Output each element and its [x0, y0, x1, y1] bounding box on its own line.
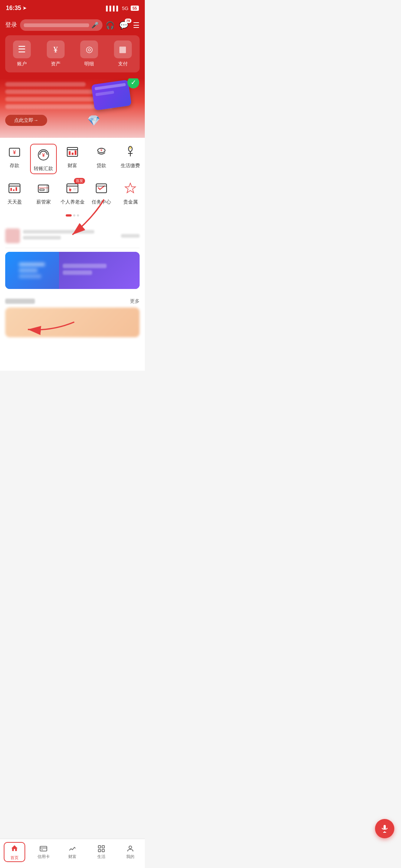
network-type: 5G	[122, 6, 128, 11]
credit-banner-content	[5, 252, 140, 289]
detail-label: 明细	[84, 61, 94, 67]
location-icon: ➤	[23, 6, 26, 11]
account-icon: ☰	[13, 40, 31, 58]
login-button[interactable]: 登录	[5, 21, 17, 29]
pension-label: 个人养老金	[61, 199, 85, 205]
tianbao-label: 天天盈	[7, 199, 22, 205]
service-gold[interactable]: 贵金属	[117, 180, 144, 205]
header-icons: 🎧 💬 79 ☰	[105, 21, 140, 30]
credit-card-banner[interactable]	[5, 252, 140, 289]
service-task[interactable]: 任务中心	[88, 180, 115, 205]
service-row-1: ¥ 存款 ¥ 转账汇款	[0, 144, 145, 174]
page-dot-2	[73, 214, 75, 217]
loan-icon: ¥	[93, 144, 110, 160]
service-loan[interactable]: ¥ 贷款	[88, 144, 115, 174]
page-dot-1	[66, 214, 72, 217]
svg-rect-18	[13, 189, 14, 191]
bottom-content	[0, 308, 145, 371]
svg-rect-7	[72, 153, 74, 155]
battery-level: 55	[133, 6, 137, 10]
status-right: ▌▌▌▌ 5G 55	[106, 6, 139, 11]
deposit-icon: ¥	[6, 144, 23, 160]
promo-text-line-1	[23, 230, 94, 234]
gold-label: 贵金属	[123, 199, 138, 205]
service-pension[interactable]: 首发 个人养老金	[59, 180, 86, 205]
promo-banner[interactable]: 点此立即→ ✓ 💎	[0, 78, 145, 138]
assets-icon: ¥	[47, 40, 65, 58]
page-indicator	[0, 211, 145, 221]
promo-row[interactable]	[5, 224, 140, 248]
headset-icon[interactable]: 🎧	[105, 21, 115, 30]
svg-text:⚡: ⚡	[128, 146, 132, 150]
svg-marker-32	[125, 183, 136, 193]
payment-icon: ▦	[114, 40, 132, 58]
service-row-2: 天天盈 薪管家 首发	[0, 180, 145, 205]
quick-icons-row: ☰ 账户 ¥ 资产 ◎ 明细 ▦ 支付	[5, 35, 140, 72]
wealth-label: 财富	[68, 162, 77, 169]
bottom-card-1	[5, 308, 140, 337]
salary-label: 薪管家	[36, 199, 51, 205]
account-label: 账户	[17, 61, 27, 67]
quick-icon-payment[interactable]: ▦ 支付	[114, 40, 132, 67]
section-title-blur	[5, 299, 35, 304]
svg-text:¥: ¥	[100, 148, 102, 152]
service-transfer[interactable]: ¥ 转账汇款	[30, 144, 57, 174]
section-more-button[interactable]: 更多	[130, 298, 140, 305]
tianbao-icon	[6, 180, 23, 196]
section-header: 更多	[0, 293, 145, 308]
living-label: 生活缴费	[121, 162, 140, 169]
time-display: 16:35	[6, 5, 21, 12]
banner-illustration: ✓ 💎	[85, 78, 145, 134]
menu-icon[interactable]: ☰	[133, 21, 140, 30]
service-wealth[interactable]: 财富	[59, 144, 86, 174]
service-salary[interactable]: 薪管家	[30, 180, 57, 205]
detail-icon: ◎	[80, 40, 98, 58]
svg-rect-19	[16, 187, 17, 191]
service-grid: ¥ 存款 ¥ 转账汇款	[0, 138, 145, 224]
app-header: 登录 🎤 🎧 💬 79 ☰	[0, 16, 145, 35]
credit-text-1	[63, 264, 107, 268]
banner-cta-button[interactable]: 点此立即→	[5, 115, 47, 126]
main-content: ¥ 存款 ¥ 转账汇款	[0, 138, 145, 371]
credit-left-section	[5, 252, 59, 289]
search-placeholder-text	[24, 23, 89, 27]
svg-text:¥: ¥	[42, 152, 45, 158]
message-icon-wrapper[interactable]: 💬 79	[119, 21, 128, 30]
transfer-label: 转账汇款	[34, 165, 53, 172]
microphone-icon[interactable]: 🎤	[91, 22, 99, 29]
svg-rect-17	[10, 188, 12, 191]
status-time: 16:35 ➤	[6, 5, 26, 12]
first-badge: 首发	[74, 178, 85, 184]
svg-rect-8	[75, 150, 76, 155]
quick-icon-assets[interactable]: ¥ 资产	[47, 40, 65, 67]
payment-label: 支付	[118, 61, 128, 67]
deposit-label: 存款	[10, 162, 19, 169]
wealth-icon	[64, 144, 81, 160]
status-bar: 16:35 ➤ ▌▌▌▌ 5G 55	[0, 0, 145, 16]
service-tianbao[interactable]: 天天盈	[1, 180, 28, 205]
search-bar[interactable]: 🎤	[20, 19, 102, 31]
service-deposit[interactable]: ¥ 存款	[1, 144, 28, 174]
assets-label: 资产	[51, 61, 61, 67]
svg-rect-27	[69, 187, 70, 189]
service-living[interactable]: ⚡ 生活缴费	[117, 144, 144, 174]
banner-text-line-1	[5, 82, 86, 87]
promo-text-line-2	[23, 236, 61, 240]
notification-badge: 79	[125, 19, 131, 23]
promo-thumbnail	[5, 228, 20, 243]
page-dot-3	[77, 214, 79, 217]
battery-indicator: 55	[131, 6, 139, 11]
credit-text-2	[63, 270, 92, 275]
task-icon	[93, 180, 110, 196]
living-icon: ⚡	[122, 144, 138, 160]
signal-bars-icon: ▌▌▌▌	[106, 6, 120, 11]
transfer-icon: ¥	[35, 147, 52, 163]
credit-right-section	[59, 252, 140, 289]
svg-rect-22	[40, 189, 44, 191]
quick-icon-account[interactable]: ☰ 账户	[13, 40, 31, 67]
promo-right-text	[121, 234, 140, 238]
promo-section	[0, 224, 145, 248]
quick-icon-detail[interactable]: ◎ 明细	[80, 40, 98, 67]
gold-icon	[122, 180, 138, 196]
salary-icon	[35, 180, 52, 196]
